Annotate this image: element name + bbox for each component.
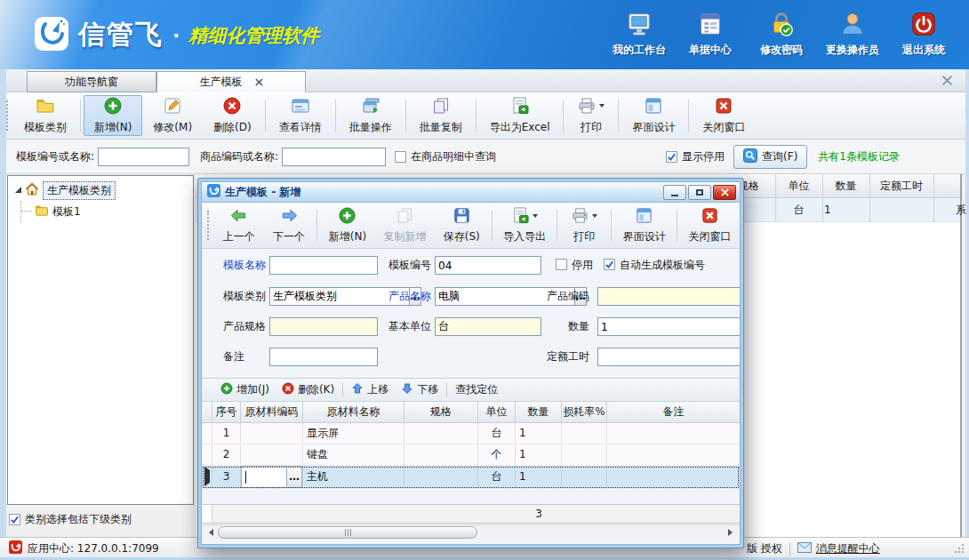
quantity-total: 3 — [516, 505, 562, 524]
template-name-input[interactable] — [269, 256, 378, 275]
delete-button[interactable]: 删除(D) — [203, 95, 262, 136]
quick-actions: 我的工作台 单据中心 修改密码 更换操作员 退出系统 — [610, 11, 953, 58]
view-details-button[interactable]: 查看详情 — [268, 95, 332, 136]
previous-button[interactable]: 上一个 — [214, 205, 264, 245]
dialog-titlebar[interactable]: 生产模板 - 新增 — [202, 182, 740, 203]
tree-connector — [20, 201, 33, 222]
dialog-print-button[interactable]: 打印 — [560, 205, 608, 245]
product-filter-label: 商品编码或名称: — [200, 149, 278, 164]
material-code-edit-cell[interactable]: … — [241, 466, 302, 488]
add-icon — [220, 382, 233, 397]
dialog-minimize-button[interactable] — [663, 185, 686, 200]
grid-delete-button[interactable]: 删除(K) — [276, 380, 340, 399]
next-button[interactable]: 下一个 — [264, 205, 314, 245]
dialog-close-window-button[interactable]: 关闭窗口 — [680, 205, 740, 245]
status-separator — [789, 543, 790, 556]
switch-operator-button[interactable]: 更换操作员 — [823, 11, 882, 58]
template-filter-input[interactable] — [98, 148, 189, 166]
app-center-status: 应用中心: 127.0.0.1:7099 — [9, 540, 159, 556]
tree-child-item[interactable]: 模板1 — [8, 201, 193, 222]
close-window-icon — [701, 206, 719, 228]
product-filter-input[interactable] — [282, 148, 386, 166]
folder-icon — [36, 96, 55, 118]
grid-toolbar: 增加(J) 删除(K) 上移 下移 查找定位 — [202, 378, 740, 402]
resize-grip[interactable] — [954, 543, 965, 554]
tab-nav-window[interactable]: 功能导航窗 — [27, 71, 156, 92]
material-row-selected[interactable]: 3 … 主机 台 1 — [202, 466, 740, 489]
table-gridline — [869, 174, 870, 222]
table-gridline — [933, 174, 934, 222]
search-icon — [743, 148, 757, 165]
dialog-add-button[interactable]: 新增(N) — [320, 205, 375, 245]
document-center-button[interactable]: 单据中心 — [681, 11, 740, 58]
template-name-label: 模板名称 — [223, 256, 266, 274]
query-button[interactable]: 查询(F) — [733, 145, 807, 169]
batch-copy-button[interactable]: 批量复制 — [409, 95, 473, 136]
show-disabled-label: 显示停用 — [682, 149, 725, 164]
dialog-maximize-button[interactable] — [688, 185, 711, 200]
toolbar-separator — [446, 383, 447, 397]
close-window-button[interactable]: 关闭窗口 — [692, 95, 756, 136]
message-center-link[interactable]: 消息提醒中心 — [797, 541, 880, 556]
product-name-combo: … — [435, 287, 541, 306]
toolbar-separator — [265, 100, 266, 132]
include-subcategory-checkbox[interactable] — [9, 514, 20, 525]
category-tree-panel: 生产模板类别 模板1 — [7, 175, 194, 505]
tab-close-icon[interactable] — [255, 78, 263, 86]
remark-input[interactable] — [269, 348, 378, 366]
move-down-button[interactable]: 下移 — [395, 380, 444, 399]
arrow-left-icon — [229, 206, 248, 228]
add-button[interactable]: 新增(N) — [84, 95, 142, 136]
table-gridline — [822, 174, 823, 222]
import-export-icon — [511, 206, 530, 228]
export-excel-button[interactable]: 导出为Excel — [479, 95, 561, 136]
product-code-input[interactable] — [597, 287, 741, 306]
app-center-icon — [9, 540, 22, 556]
window-design-icon — [635, 206, 653, 228]
template-code-input[interactable] — [435, 256, 541, 275]
search-in-detail-checkbox[interactable] — [395, 151, 406, 163]
dialog-logo-icon — [205, 184, 225, 200]
exit-system-button[interactable]: 退出系统 — [894, 11, 953, 58]
workbench-button[interactable]: 我的工作台 — [610, 11, 669, 58]
show-disabled-checkbox[interactable] — [666, 151, 677, 163]
move-up-button[interactable]: 上移 — [345, 380, 395, 399]
scroll-left-button[interactable] — [202, 525, 217, 540]
autogen-code-checkbox[interactable] — [604, 259, 615, 270]
envelope-icon — [797, 542, 812, 556]
import-export-button[interactable]: 导入导出 — [494, 205, 554, 245]
grid-add-button[interactable]: 增加(J) — [214, 380, 276, 399]
dialog-ui-design-button[interactable]: 界面设计 — [614, 205, 674, 245]
print-button[interactable]: 打印 — [566, 95, 615, 136]
material-browse-button[interactable]: … — [286, 467, 301, 487]
dialog-horizontal-scrollbar[interactable] — [202, 524, 740, 540]
stop-use-checkbox[interactable] — [556, 259, 567, 270]
material-row[interactable]: 1 显示屏 台 1 — [202, 423, 740, 444]
product-spec-input[interactable] — [269, 317, 378, 336]
tab-bar: 功能导航窗 生产模板 — [0, 69, 969, 92]
edit-icon — [163, 96, 182, 118]
edit-button[interactable]: 修改(M) — [142, 95, 203, 136]
arrow-right-icon — [280, 206, 299, 228]
tab-production-template[interactable]: 生产模板 — [156, 71, 306, 92]
tree-expanded-icon[interactable] — [15, 187, 21, 193]
dialog-close-button[interactable] — [713, 185, 736, 200]
template-category-button[interactable]: 模板类别 — [13, 95, 77, 136]
quantity-input[interactable] — [597, 317, 741, 336]
tree-root-item[interactable]: 生产模板类别 — [8, 180, 193, 201]
batch-operation-button[interactable]: 批量操作 — [339, 95, 403, 136]
quota-hours-input[interactable] — [597, 348, 741, 366]
ui-design-button[interactable]: 界面设计 — [621, 95, 685, 136]
scrollbar-thumb[interactable] — [218, 526, 477, 539]
home-icon — [25, 182, 43, 199]
save-button[interactable]: 保存(S) — [435, 205, 489, 245]
monitor-icon — [626, 11, 653, 40]
tabbar-close-icon[interactable] — [941, 75, 953, 86]
change-password-button[interactable]: 修改密码 — [752, 11, 811, 58]
arrow-down-icon — [401, 382, 413, 397]
find-locate-button[interactable]: 查找定位 — [449, 380, 504, 399]
triangle-right-icon — [728, 529, 736, 536]
scroll-right-button[interactable] — [725, 525, 740, 540]
base-unit-input[interactable] — [435, 317, 541, 336]
material-row[interactable]: 2 键盘 个 1 — [202, 444, 740, 466]
